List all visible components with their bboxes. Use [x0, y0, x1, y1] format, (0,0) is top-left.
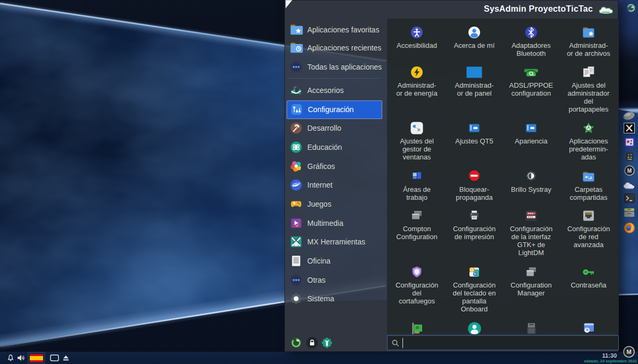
svg-text:M: M [627, 168, 632, 174]
svg-text:M: M [626, 349, 631, 355]
svg-text:A: A [587, 125, 590, 130]
